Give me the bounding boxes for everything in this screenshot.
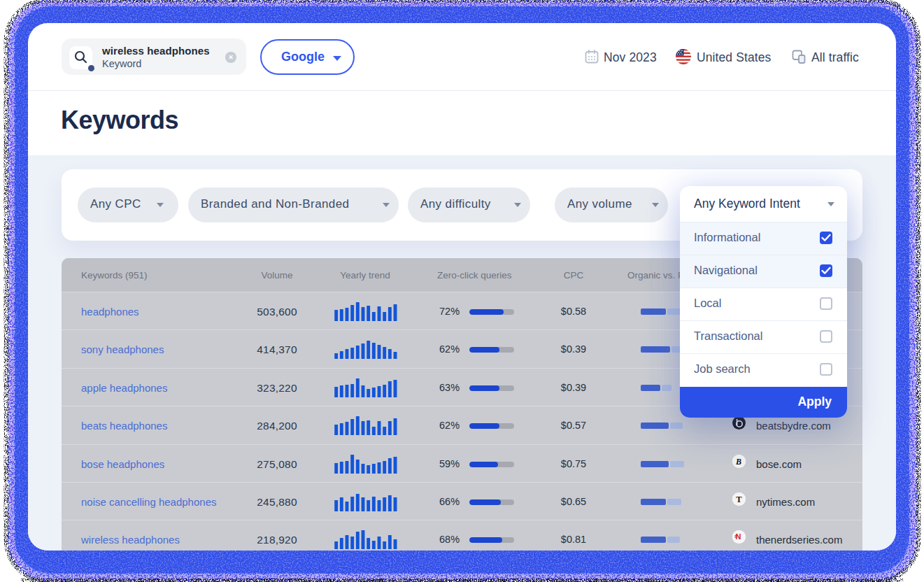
svg-text:B: B bbox=[735, 457, 741, 467]
svg-text:T: T bbox=[736, 495, 742, 504]
